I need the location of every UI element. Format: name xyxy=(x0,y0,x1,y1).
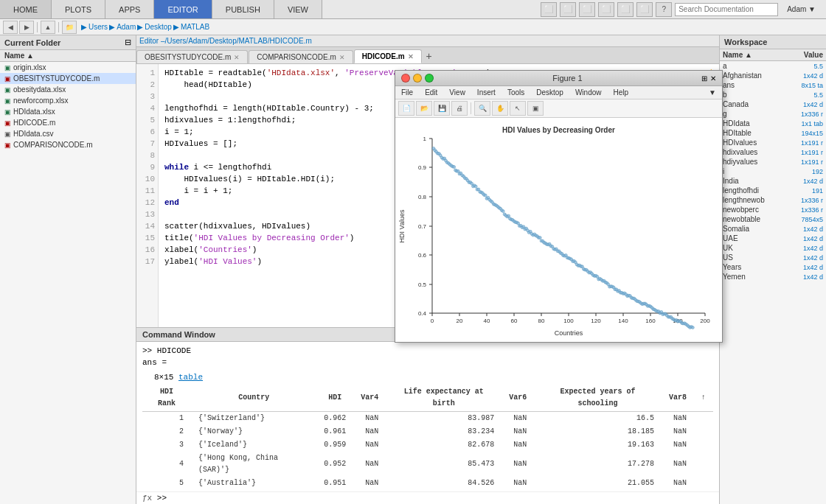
folder-item-comparisoncode[interactable]: ▣ COMPARISONCODE.m xyxy=(0,139,136,150)
fig-menu-desktop[interactable]: Desktop xyxy=(533,88,566,97)
browse-btn[interactable]: 📁 xyxy=(62,21,77,34)
y-label-06: 0.6 xyxy=(418,252,427,259)
cell-var4: NaN xyxy=(353,412,386,426)
editor-path-link[interactable]: /Users/Adam/Desktop/MATLAB/HDICODE.m xyxy=(164,37,311,45)
user-menu[interactable]: Adam ▼ xyxy=(781,5,822,13)
figure-close-btn[interactable] xyxy=(401,74,410,83)
ws-item-hdidata[interactable]: HDIdata 1x1 tab xyxy=(720,119,826,128)
close-obesity-tab[interactable]: ✕ xyxy=(234,54,240,61)
ws-item-somalia[interactable]: Somalia 1x42 d xyxy=(720,224,826,234)
cell-life-exp: 82.678 xyxy=(386,438,502,452)
x-label-160: 160 xyxy=(645,318,656,324)
ws-item-ans[interactable]: ans 8x15 ta xyxy=(720,80,826,90)
ws-item-b[interactable]: b 5.5 xyxy=(720,90,826,99)
ws-item-lengthnewob[interactable]: lengthnewob 1x336 r xyxy=(720,195,826,205)
tab-home[interactable]: HOME xyxy=(0,0,52,18)
workspace-title: Workspace xyxy=(720,35,826,49)
tab-publish[interactable]: PUBLISH xyxy=(212,0,274,18)
folder-collapse-icon[interactable]: ⊟ xyxy=(125,38,131,47)
cell-years-school: 21.055 xyxy=(534,477,662,490)
fig-menu-view[interactable]: View xyxy=(446,88,468,97)
ws-item-years[interactable]: Years 1x42 d xyxy=(720,262,826,272)
add-tab-button[interactable]: + xyxy=(423,49,436,63)
ws-item-hdivalues[interactable]: HDIvalues 1x191 r xyxy=(720,138,826,147)
separator-2 xyxy=(58,22,59,32)
help-icon[interactable]: ? xyxy=(656,2,672,17)
tab-apps[interactable]: APPS xyxy=(105,0,154,18)
fig-tool-zoom[interactable]: 🔍 xyxy=(474,101,490,116)
fig-tool-save[interactable]: 💾 xyxy=(434,101,450,116)
toolbar-icon-2[interactable]: ⬜ xyxy=(560,2,576,17)
ws-item-hdiyvalues[interactable]: hdiyvalues 1x191 r xyxy=(720,157,826,167)
ws-item-india[interactable]: India 1x42 d xyxy=(720,176,826,186)
ws-item-newobperc[interactable]: newobperc 1x336 r xyxy=(720,205,826,214)
tab-editor[interactable]: EDITOR xyxy=(154,0,212,18)
figure-expand-icon[interactable]: ⊞ xyxy=(701,74,707,83)
figure-close-icon[interactable]: ✕ xyxy=(710,74,716,83)
fig-menu-help[interactable]: Help xyxy=(611,88,632,97)
tab-view[interactable]: VIEW xyxy=(274,0,322,18)
fig-tool-open[interactable]: 📂 xyxy=(416,101,432,116)
folder-item-hdicode[interactable]: ▣ HDICODE.m xyxy=(0,117,136,128)
table-link[interactable]: table xyxy=(178,373,203,382)
fig-tool-new[interactable]: 📄 xyxy=(398,101,414,116)
ws-item-canada[interactable]: Canada 1x42 d xyxy=(720,99,826,109)
cell-life-exp: 83.234 xyxy=(386,425,502,438)
breadcrumb-adam[interactable]: Adam xyxy=(117,23,136,31)
breadcrumb-users[interactable]: Users xyxy=(88,23,108,31)
fig-menu-edit[interactable]: Edit xyxy=(422,88,440,97)
ws-item-i[interactable]: i 192 xyxy=(720,167,826,176)
toolbar-icon-1[interactable]: ⬜ xyxy=(541,2,557,17)
fig-menu-insert[interactable]: Insert xyxy=(474,88,499,97)
close-comparison-tab[interactable]: ✕ xyxy=(339,54,345,61)
editor-tab-comparison[interactable]: COMPARISONCODE.m ✕ xyxy=(249,50,353,63)
x-axis-label: Countries xyxy=(555,329,583,337)
figure-maximize-btn[interactable] xyxy=(425,74,434,83)
ws-item-name: newobtable xyxy=(723,215,779,223)
fig-menu-file[interactable]: File xyxy=(398,88,416,97)
fig-menu-expand[interactable]: ▼ xyxy=(706,88,719,97)
ws-col-value: Value xyxy=(779,51,823,59)
folder-item-obesitystudy[interactable]: ▣ OBESITYSTUDYCODE.m xyxy=(0,73,136,84)
breadcrumb-matlab[interactable]: MATLAB xyxy=(181,23,209,31)
editor-tab-hdicode[interactable]: HDICODE.m ✕ xyxy=(354,49,422,63)
toolbar-icon-4[interactable]: ⬜ xyxy=(598,2,614,17)
ws-item-g[interactable]: g 1x336 r xyxy=(720,109,826,119)
forward-btn[interactable]: ▶ xyxy=(19,21,34,34)
folder-item-obesitydata[interactable]: ▣ obesitydata.xlsx xyxy=(0,84,136,95)
ws-item-yemen[interactable]: Yemen 1x42 d xyxy=(720,272,826,281)
up-dir-btn[interactable]: ▲ xyxy=(41,21,55,34)
figure-minimize-btn[interactable] xyxy=(413,74,422,83)
ws-item-hdixvalues[interactable]: hdixvalues 1x191 r xyxy=(720,147,826,157)
close-hdicode-tab[interactable]: ✕ xyxy=(408,53,414,60)
ws-item-us[interactable]: US 1x42 d xyxy=(720,253,826,262)
toolbar-icon-6[interactable]: ⬜ xyxy=(636,2,653,17)
ws-item-newobtable[interactable]: newobtable 7854x5 xyxy=(720,214,826,224)
ws-item-a[interactable]: a 5.5 xyxy=(720,61,826,71)
folder-item-label: OBESITYSTUDYCODE.m xyxy=(13,74,100,83)
ws-item-lengthofhdi[interactable]: lengthofhdi 191 xyxy=(720,186,826,195)
folder-item-origin[interactable]: ▣ origin.xlsx xyxy=(0,62,136,73)
search-documentation-input[interactable] xyxy=(675,3,778,16)
ws-item-afghanistan[interactable]: Afghanistan 1x42 d xyxy=(720,71,826,80)
fig-tool-brush[interactable]: ▣ xyxy=(527,101,544,116)
tab-plots[interactable]: PLOTS xyxy=(52,0,105,18)
editor-tab-obesity[interactable]: OBESITYSTUDYCODE.m ✕ xyxy=(136,50,248,63)
ws-item-uk[interactable]: UK 1x42 d xyxy=(720,243,826,253)
ws-item-uae[interactable]: UAE 1x42 d xyxy=(720,234,826,243)
breadcrumb-desktop[interactable]: Desktop xyxy=(145,23,172,31)
folder-item-hdidata[interactable]: ▣ HDIdata.xlsx xyxy=(0,106,136,117)
fig-tool-print[interactable]: 🖨 xyxy=(451,101,468,116)
cmd-input[interactable] xyxy=(170,494,713,503)
fig-menu-tools[interactable]: Tools xyxy=(504,88,527,97)
toolbar-icon-5[interactable]: ⬜ xyxy=(617,2,634,17)
fig-menu-window[interactable]: Window xyxy=(572,88,605,97)
command-window-content[interactable]: >> HDICODE ans = 8×15 table HDI Rank Cou… xyxy=(136,342,719,491)
folder-item-hdidata-csv[interactable]: ▣ HDIdata.csv xyxy=(0,128,136,139)
fig-tool-select[interactable]: ↖ xyxy=(510,101,526,116)
ws-item-hditable[interactable]: HDItable 194x15 xyxy=(720,128,826,138)
fig-tool-pan[interactable]: ✋ xyxy=(492,101,508,116)
toolbar-icon-3[interactable]: ⬜ xyxy=(579,2,595,17)
folder-item-newforcomp[interactable]: ▣ newforcomp.xlsx xyxy=(0,95,136,106)
back-btn[interactable]: ◀ xyxy=(3,21,18,34)
